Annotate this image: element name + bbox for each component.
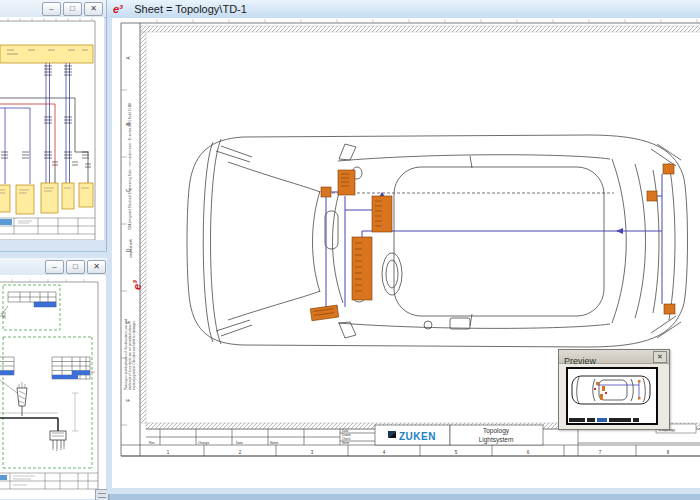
schematic-window-titlebar[interactable]: – □ ✕	[0, 0, 106, 18]
svg-text:3: 3	[311, 450, 314, 455]
svg-text:1: 1	[167, 450, 170, 455]
component	[663, 164, 674, 174]
svg-text:Rev: Rev	[149, 441, 155, 445]
restore-icon[interactable]: □	[66, 260, 85, 274]
svg-text:created with: created with	[129, 239, 133, 258]
logo-cell	[0, 475, 7, 480]
screen: { "main_window": { "title": "Sheet = Top…	[0, 0, 700, 500]
component	[372, 196, 392, 232]
harness-window[interactable]: – □ ✕	[0, 252, 110, 500]
preview-titleblock-strip	[569, 417, 655, 422]
close-icon[interactable]: ✕	[87, 260, 106, 274]
minimize-icon[interactable]: –	[42, 2, 61, 16]
preview-markers	[594, 388, 607, 394]
svg-text:Topology: Topology	[483, 427, 510, 435]
logo-cell	[0, 219, 12, 225]
e3-logo-icon: e³	[107, 0, 126, 18]
schematic-window[interactable]: – □ ✕	[0, 0, 107, 251]
highlighted-cell	[72, 371, 90, 376]
component	[664, 304, 675, 314]
topology-canvas[interactable]: A B C D E F CIM-integrated Electrical En…	[112, 18, 700, 488]
topology-window[interactable]: e³ Sheet = Topology\TD-1	[107, 0, 700, 494]
window-bottom-frame	[107, 488, 700, 494]
svg-text:Norm: Norm	[342, 441, 350, 445]
highlighted-cell	[34, 302, 56, 307]
minimize-icon[interactable]: –	[45, 260, 64, 274]
preview-title: Preview	[559, 356, 596, 366]
close-icon[interactable]: ✕	[84, 2, 103, 16]
schematic-title-block	[0, 218, 95, 234]
harness-window-titlebar[interactable]: – □ ✕	[0, 258, 109, 276]
close-icon[interactable]: ✕	[653, 351, 667, 363]
highlighted-cell	[0, 371, 14, 376]
wires[interactable]	[0, 63, 88, 184]
svg-text:2: 2	[239, 450, 242, 455]
svg-text:7: 7	[599, 450, 602, 455]
topology-window-titlebar[interactable]: e³ Sheet = Topology\TD-1	[107, 0, 700, 19]
restore-icon[interactable]: □	[63, 2, 82, 16]
svg-text:F: F	[126, 398, 131, 401]
preview-titlebar[interactable]: Preview ✕	[559, 350, 669, 364]
wire-arrow	[616, 228, 623, 234]
component	[352, 237, 372, 300]
bus-bar-block[interactable]	[0, 45, 93, 63]
harness-region-1	[0, 285, 60, 330]
harness-region-2	[0, 337, 95, 468]
window-title: Sheet = Topology\TD-1	[130, 0, 247, 18]
harness-canvas[interactable]	[0, 275, 106, 499]
preview-palette[interactable]: Preview ✕	[558, 349, 670, 430]
drawing-title: Topology Lightsystem	[479, 427, 514, 444]
harness-sheet-frame	[0, 279, 98, 489]
svg-text:6: 6	[527, 450, 530, 455]
zone-numbers: 1 2 3 4 5 6 7 8	[167, 450, 670, 455]
preview-car	[572, 376, 650, 404]
harness-title-block	[0, 473, 98, 489]
connector-assembly[interactable]	[0, 380, 78, 451]
component	[310, 305, 338, 321]
svg-text:ZUKEN: ZUKEN	[399, 431, 436, 442]
component	[647, 191, 657, 201]
highlighted-cell	[52, 375, 78, 379]
component	[338, 170, 355, 195]
svg-text:4: 4	[383, 450, 386, 455]
svg-text:Name: Name	[270, 441, 279, 445]
svg-text:Change: Change	[198, 441, 209, 445]
svg-text:expressly granted. Offenders a: expressly granted. Offenders are liable …	[132, 320, 136, 390]
connector-blocks[interactable]	[0, 183, 93, 214]
svg-text:A: A	[126, 56, 131, 59]
schematic-canvas[interactable]	[0, 17, 104, 240]
car-drawing	[187, 135, 688, 347]
preview-thumbnail[interactable]	[566, 367, 658, 425]
topology-wires[interactable]	[326, 174, 662, 307]
preview-components	[596, 380, 641, 400]
svg-text:CIM-integrated Electrical Engi: CIM-integrated Electrical Engineering Su…	[128, 103, 132, 230]
e3-logo-icon: e³	[131, 280, 143, 290]
svg-text:Date: Date	[236, 441, 243, 445]
svg-text:8: 8	[667, 450, 670, 455]
svg-text:Lightsystem: Lightsystem	[479, 436, 514, 444]
svg-text:5: 5	[455, 450, 458, 455]
component	[321, 187, 331, 197]
